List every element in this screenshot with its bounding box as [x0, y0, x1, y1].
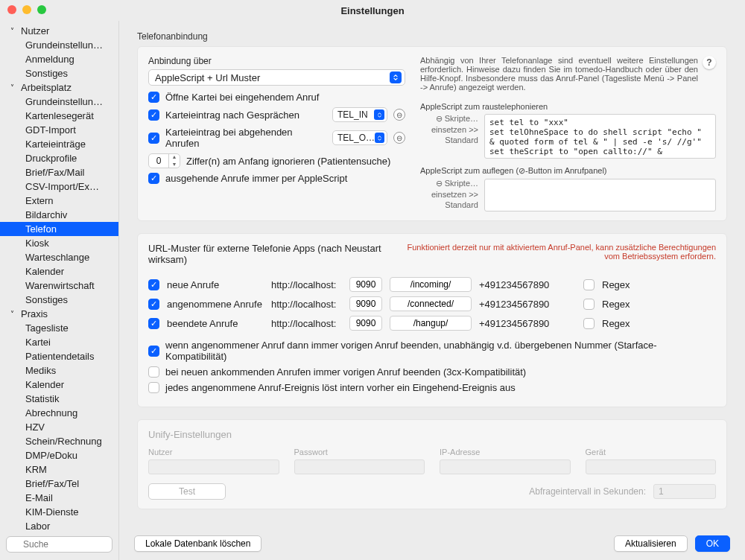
sidebar-item[interactable]: Kalender — [0, 378, 118, 392]
url-row-regex-checkbox[interactable] — [583, 299, 595, 310]
minus-icon[interactable]: ⊖ — [393, 132, 405, 144]
entry-after-select[interactable]: TEL_IN — [332, 107, 387, 122]
close-icon[interactable] — [7, 5, 16, 14]
url-row-path[interactable] — [390, 296, 472, 311]
panel-unify: Unify-Einstellungen Nutzer Passwort IP-A… — [137, 419, 727, 509]
anbindung-select[interactable]: AppleScript + Url Muster — [148, 69, 405, 86]
script-hangup-textarea[interactable] — [484, 179, 716, 211]
sidebar-item[interactable]: Warteschlange — [0, 250, 118, 264]
chk-entry-after[interactable] — [148, 109, 159, 121]
url-row-checkbox[interactable] — [148, 318, 159, 329]
sidebar-item[interactable]: Grundeinstellun… — [0, 38, 118, 52]
chk-outgoing-always[interactable] — [148, 173, 159, 184]
sidebar-item[interactable]: Schein/Rechnung — [0, 434, 118, 448]
unify-geraet-input[interactable] — [586, 459, 717, 474]
sidebar-item[interactable]: Kalender — [0, 264, 118, 279]
chk-entry-outgoing[interactable] — [148, 133, 159, 144]
url-row-path[interactable] — [390, 277, 472, 292]
sidebar-item[interactable]: Statistik — [0, 392, 118, 406]
chk-internal-trigger[interactable] — [148, 382, 159, 393]
script-einsetzen-label: einsetzen >> — [420, 125, 478, 134]
url-row-port[interactable] — [349, 316, 382, 331]
sidebar-item[interactable]: Tagesliste — [0, 321, 118, 335]
ziffer-stepper[interactable]: 0 ▲▼ — [148, 153, 180, 168]
unify-nutzer-label: Nutzer — [148, 448, 279, 456]
unify-heading: Unify-Einstellungen — [148, 429, 716, 440]
chk-open-cardfile-label: Öffne Kartei bei eingehendem Anruf — [165, 92, 319, 103]
unify-test-button[interactable]: Test — [148, 483, 226, 500]
url-row-checkbox[interactable] — [148, 299, 159, 310]
titlebar: Einstellungen — [0, 0, 745, 21]
sidebar-item[interactable]: Sonstiges — [0, 66, 118, 80]
sidebar-item[interactable]: Kartei — [0, 335, 118, 349]
chk-outgoing-always-label: ausgehende Anrufe immer per AppleScript — [165, 173, 347, 184]
url-row-regex-label: Regex — [602, 279, 630, 290]
url-row-path[interactable] — [390, 316, 472, 331]
sidebar-group[interactable]: ˅Arbeitsplatz — [0, 80, 118, 95]
sidebar-item[interactable]: KRM — [0, 462, 118, 477]
anbindung-label: Anbindung über — [148, 56, 405, 66]
sidebar-item[interactable]: Brief/Fax/Mail — [0, 165, 118, 179]
unify-passwort-input[interactable] — [294, 459, 425, 474]
sidebar-item[interactable]: Mediks — [0, 363, 118, 378]
sidebar-item[interactable]: Bildarchiv — [0, 208, 118, 222]
sidebar-item[interactable]: Abrechnung — [0, 406, 118, 420]
sidebar-group[interactable]: ˅Praxis — [0, 307, 118, 321]
sidebar-item[interactable]: Patientendetails — [0, 349, 118, 363]
sidebar-item[interactable]: Kartenlesegerät — [0, 109, 118, 123]
chevron-down-icon[interactable]: ▼ — [169, 161, 180, 168]
url-row-regex-checkbox[interactable] — [583, 279, 595, 290]
url-row-port[interactable] — [349, 296, 382, 311]
sidebar-item[interactable]: KIM-Dienste — [0, 505, 118, 519]
sidebar-item[interactable]: Extern — [0, 194, 118, 208]
ok-button[interactable]: OK — [695, 535, 730, 552]
chevron-updown-icon — [390, 71, 402, 83]
sidebar-item[interactable]: Sonstiges — [0, 293, 118, 307]
unify-ip-input[interactable] — [440, 459, 571, 474]
search-input[interactable] — [6, 536, 112, 553]
unify-nutzer-input[interactable] — [148, 459, 279, 474]
sidebar-item[interactable]: CSV-Import/Ex… — [0, 179, 118, 194]
sidebar-item[interactable]: Anmeldung — [0, 52, 118, 66]
sidebar-group[interactable]: ˅Nutzer — [0, 24, 118, 38]
chk-open-cardfile[interactable] — [148, 92, 159, 103]
url-row-label: angenommene Anrufe — [167, 299, 264, 310]
unify-passwort-label: Passwort — [294, 448, 425, 456]
sidebar-item[interactable]: Warenwirtschaft — [0, 279, 118, 293]
zoom-icon[interactable] — [37, 5, 46, 14]
chk-entry-outgoing-label: Karteieintrag bei abgehenden Anrufen — [165, 127, 326, 149]
chk-internal-trigger-label: jedes angenommene Anruf-Ereignis löst in… — [165, 382, 516, 393]
sidebar-item[interactable]: HZV — [0, 420, 118, 434]
sidebar-item[interactable]: Labor — [0, 519, 118, 532]
url-row: angenommene Anrufehttp://localhost:+4912… — [148, 296, 716, 311]
url-row-host: http://localhost: — [271, 279, 342, 290]
chevron-up-icon[interactable]: ▲ — [169, 153, 180, 161]
clear-db-button[interactable]: Lokale Datenbank löschen — [134, 535, 261, 552]
url-row-checkbox[interactable] — [148, 279, 159, 290]
chevron-down-icon: ˅ — [10, 27, 18, 35]
interval-input[interactable] — [653, 484, 716, 499]
sidebar-item[interactable]: GDT-Import — [0, 123, 118, 137]
sidebar-item[interactable]: E-Mail — [0, 491, 118, 505]
chk-3cx[interactable] — [148, 366, 159, 378]
sidebar-item[interactable]: DMP/eDoku — [0, 448, 118, 462]
script-out-textarea[interactable]: set tel to "xxx" set telOhneSpace to do … — [484, 114, 716, 159]
refresh-button[interactable]: Aktualisieren — [614, 535, 688, 552]
url-row-regex-checkbox[interactable] — [583, 318, 595, 329]
sidebar-item[interactable]: Druckprofile — [0, 151, 118, 165]
sidebar-item[interactable]: Brief/Fax/Tel — [0, 477, 118, 491]
sidebar-item[interactable]: Karteieinträge — [0, 137, 118, 151]
minimize-icon[interactable] — [22, 5, 31, 14]
minus-icon[interactable]: ⊖ — [393, 109, 405, 121]
chevron-down-icon: ˅ — [10, 310, 18, 318]
chk-starface[interactable] — [148, 346, 159, 357]
help-button[interactable]: ? — [703, 56, 716, 69]
sidebar-item[interactable]: Kiosk — [0, 236, 118, 250]
script-standard-label: Standard — [420, 136, 478, 144]
sidebar-item[interactable]: Telefon — [0, 222, 118, 236]
unify-geraet-label: Gerät — [586, 448, 717, 456]
sidebar-tree[interactable]: ˅NutzerGrundeinstellun…AnmeldungSonstige… — [0, 21, 118, 532]
sidebar-item[interactable]: Grundeinstellun… — [0, 95, 118, 109]
entry-outgoing-select[interactable]: TEL_O… — [332, 130, 387, 145]
url-row-port[interactable] — [349, 277, 382, 292]
